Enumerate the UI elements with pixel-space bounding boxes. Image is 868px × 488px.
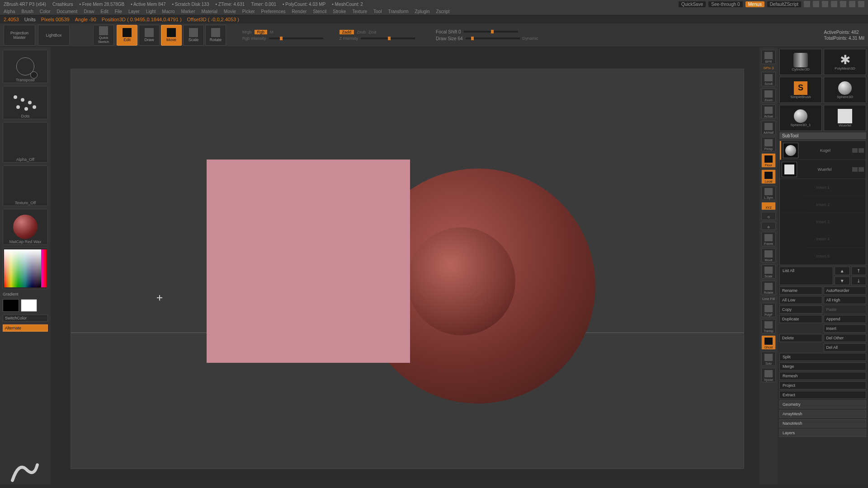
window-icon-4[interactable] xyxy=(831,1,837,7)
paste-button[interactable]: Paste xyxy=(824,305,867,314)
menu-macro[interactable]: Macro xyxy=(162,9,175,14)
subtool-row-wuerfel[interactable]: Wuerfel xyxy=(780,160,866,179)
copy-button[interactable]: Copy xyxy=(779,305,822,314)
main-color-swatch[interactable] xyxy=(3,299,19,312)
floor-button[interactable]: Floor xyxy=(761,153,776,168)
zcut-button[interactable]: Zcut xyxy=(368,30,377,34)
delete-button[interactable]: Delete xyxy=(779,334,822,342)
aahalf-button[interactable]: AAHalf xyxy=(761,121,776,135)
menu-light[interactable]: Light xyxy=(146,9,156,14)
eye-icon[interactable] xyxy=(859,148,864,153)
spix-label[interactable]: SPix 3 xyxy=(763,66,774,70)
rename-button[interactable]: Rename xyxy=(779,286,822,295)
projection-master-button[interactable]: Projection Master xyxy=(4,25,35,46)
menu-zscript[interactable]: Zscript xyxy=(436,9,449,14)
move-bottom-button[interactable]: ⤓ xyxy=(851,277,867,285)
nanomesh-section[interactable]: NanoMesh xyxy=(779,419,866,427)
menu-picker[interactable]: Picker xyxy=(242,9,255,14)
menu-movie[interactable]: Movie xyxy=(224,9,236,14)
menu-transform[interactable]: Transform xyxy=(388,9,408,14)
split-button[interactable]: Split xyxy=(779,353,866,361)
alpha-button[interactable]: Alpha_Off xyxy=(3,122,48,163)
allhigh-button[interactable]: All High xyxy=(824,296,867,304)
menu-stencil[interactable]: Stencil xyxy=(313,9,326,14)
z-intensity-slider[interactable] xyxy=(361,38,415,39)
target-icon-button[interactable]: ⊕ xyxy=(761,222,776,230)
m-button[interactable]: M xyxy=(270,30,274,34)
texture-button[interactable]: Texture_Off xyxy=(3,165,48,206)
quicksketch-button[interactable]: Quick Sketch xyxy=(93,25,114,46)
document-viewport[interactable] xyxy=(71,69,744,469)
move-top-button[interactable]: ⤒ xyxy=(851,267,867,275)
menu-tool[interactable]: Tool xyxy=(373,9,382,14)
edit-mode-button[interactable]: Edit xyxy=(117,25,137,46)
tool-sphere3d[interactable]: Sphere3D xyxy=(824,77,866,103)
frame-button[interactable]: Frame xyxy=(761,232,776,246)
window-icon-3[interactable] xyxy=(822,1,828,7)
subtool-header[interactable]: SubTool xyxy=(779,132,866,139)
persp-button[interactable]: Persp xyxy=(761,137,776,151)
menu-preferences[interactable]: Preferences xyxy=(261,9,286,14)
cam-rotate-button[interactable]: Rotate xyxy=(761,281,776,295)
menu-render[interactable]: Render xyxy=(292,9,307,14)
zoom-button[interactable]: Zoom xyxy=(761,88,776,103)
menu-document[interactable]: Document xyxy=(57,9,78,14)
subtool-row-kugel[interactable]: Kugel xyxy=(780,141,866,160)
quicksave-button[interactable]: QuickSave xyxy=(679,1,706,7)
tool-simplebrush[interactable]: SSimpleBrush xyxy=(779,77,822,103)
window-maximize-icon[interactable] xyxy=(849,1,855,7)
menu-material[interactable]: Material xyxy=(202,9,218,14)
tool-sphere3d-1[interactable]: Sphere3D_1 xyxy=(779,105,822,131)
eye-icon[interactable] xyxy=(859,167,864,172)
zscript-button[interactable]: DefaultZScript xyxy=(767,1,801,7)
scale-mode-button[interactable]: Scale xyxy=(183,25,204,46)
geometry-section[interactable]: Geometry xyxy=(779,400,866,408)
move-mode-button[interactable]: Move xyxy=(161,25,182,46)
menu-zplugin[interactable]: Zplugin xyxy=(415,9,430,14)
transpose-button[interactable]: Transpose xyxy=(3,50,48,83)
dynamic-label[interactable]: Dynamic xyxy=(523,36,538,41)
xpose-button[interactable]: Xpose xyxy=(761,368,776,382)
switchcolor-button[interactable]: SwitchColor xyxy=(3,314,48,322)
local-button[interactable]: Local xyxy=(761,169,776,184)
list-all-button[interactable]: List All xyxy=(779,267,833,285)
menu-layer[interactable]: Layer xyxy=(128,9,140,14)
menu-color[interactable]: Color xyxy=(40,9,51,14)
remesh-button[interactable]: Remesh xyxy=(779,372,866,380)
menus-button[interactable]: Menus xyxy=(745,1,764,7)
duplicate-button[interactable]: Duplicate xyxy=(779,315,822,323)
menu-stroke[interactable]: Stroke xyxy=(333,9,346,14)
tool-cylinder[interactable]: Cylinder3D xyxy=(779,49,822,75)
paint-icon[interactable] xyxy=(852,167,858,172)
menu-texture[interactable]: Texture xyxy=(352,9,367,14)
rotate-mode-button[interactable]: Rotate xyxy=(205,25,226,46)
polyf-button[interactable]: PolyF xyxy=(761,303,776,317)
actual-button[interactable]: Actual xyxy=(761,104,776,119)
window-icon-2[interactable] xyxy=(813,1,819,7)
window-close-icon[interactable] xyxy=(858,1,864,7)
mrgb-button[interactable]: Mrgb xyxy=(242,30,252,34)
alllow-button[interactable]: All Low xyxy=(779,296,822,304)
seethrough-slider[interactable]: See-through 0 xyxy=(708,1,742,7)
extract-button[interactable]: Extract xyxy=(779,391,866,399)
delother-button[interactable]: Del Other xyxy=(824,334,867,342)
menu-marker[interactable]: Marker xyxy=(181,9,195,14)
transp-button[interactable]: Transp xyxy=(761,319,776,333)
alternate-button[interactable]: Alternate xyxy=(3,324,48,332)
cam-scale-button[interactable]: Scale xyxy=(761,264,776,279)
stroke-button[interactable]: Dots xyxy=(3,86,48,119)
menu-draw[interactable]: Draw xyxy=(84,9,94,14)
menu-file[interactable]: File xyxy=(115,9,122,14)
arraymesh-section[interactable]: ArrayMesh xyxy=(779,410,866,418)
layers-section[interactable]: Layers xyxy=(779,429,866,437)
lightbox-button[interactable]: LightBox xyxy=(38,25,70,46)
rot-icon-button[interactable]: ⟲ xyxy=(761,212,776,220)
autoreorder-button[interactable]: AutoReorder xyxy=(824,286,867,295)
project-button[interactable]: Project xyxy=(779,381,866,389)
append-button[interactable]: Append xyxy=(824,315,867,323)
gradient-label[interactable]: Gradient xyxy=(3,292,48,296)
draw-mode-button[interactable]: Draw xyxy=(139,25,160,46)
cam-move-button[interactable]: Move xyxy=(761,248,776,263)
paint-icon[interactable] xyxy=(852,148,858,153)
zadd-button[interactable]: Zadd xyxy=(340,30,354,34)
